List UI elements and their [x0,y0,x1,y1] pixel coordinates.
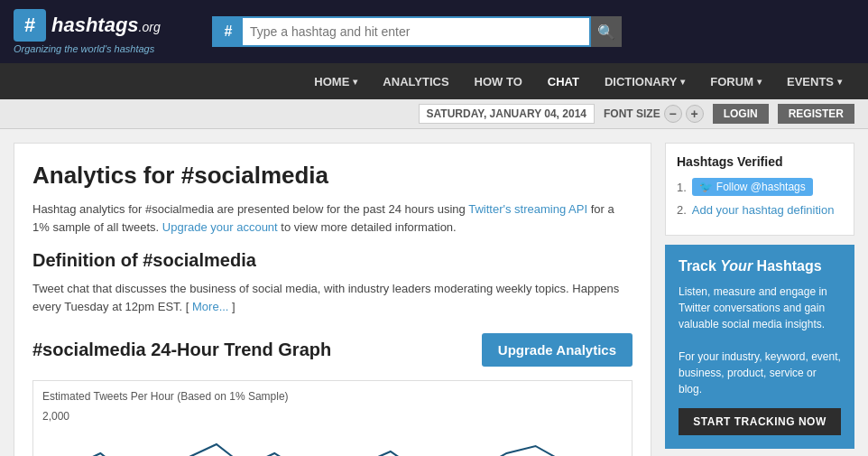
track-desc1: Listen, measure and engage in Twitter co… [679,285,827,330]
chart-container [42,426,623,456]
logo-text: hashtags.org [51,14,161,37]
logo-area: # hashtags.org Organizing the world's ha… [14,9,194,54]
logo-tagline: Organizing the world's hashtags [14,43,194,54]
nav-item-analytics[interactable]: ANALYTICS [370,63,461,99]
logo-sub: .org [139,20,161,34]
definition-end: ] [229,300,235,313]
search-area: # 🔍 [212,16,854,47]
chart-area: Estimated Tweets Per Hour (Based on 1% S… [32,380,633,456]
search-input[interactable] [243,18,589,45]
main-content: Analytics for #socialmedia Hashtag analy… [0,129,868,456]
nav-item-howto[interactable]: HOW TO [462,63,535,99]
nav-item-dictionary[interactable]: DICTIONARY ▾ [592,63,697,99]
chevron-down-icon: ▾ [353,77,357,87]
intro-before: Hashtag analytics for #socialmedia are p… [32,202,468,216]
trend-section: #socialmedia 24-Hour Trend Graph Upgrade… [32,333,633,456]
chart-max-value: 2,000 [42,410,623,423]
nav-item-events[interactable]: EVENTS ▾ [774,63,854,99]
infobar: SATURDAY, JANUARY 04, 2014 FONT SIZE − +… [0,99,868,129]
trend-header: #socialmedia 24-Hour Trend Graph Upgrade… [32,333,633,367]
track-desc: Listen, measure and engage in Twitter co… [679,284,841,397]
nav-item-chat[interactable]: CHAT [535,63,592,99]
chevron-down-icon: ▾ [680,77,685,87]
page-title: Analytics for #socialmedia [32,162,633,190]
start-tracking-button[interactable]: START TRACKING NOW [679,408,841,435]
font-size-control: FONT SIZE − + [604,105,704,123]
font-increase-button[interactable]: + [686,105,704,123]
nav-chat-label: CHAT [548,75,579,88]
nav-analytics-label: ANALYTICS [383,75,448,88]
trend-chart-svg [42,426,623,456]
verified-list: 1. 🐦 Follow @hashtags 2. Add your hashta… [677,178,843,217]
trend-title: #socialmedia 24-Hour Trend Graph [32,340,331,360]
list-item: 1. 🐦 Follow @hashtags [677,178,843,196]
right-panel: Hashtags Verified 1. 🐦 Follow @hashtags … [665,143,854,456]
definition-title: Definition of #socialmedia [32,250,633,271]
nav-events-label: EVENTS [787,75,834,88]
twitter-api-link[interactable]: Twitter's streaming API [468,202,587,216]
definition-body: Tweet chat that discusses the business o… [32,282,619,313]
intro-text: Hashtag analytics for #socialmedia are p… [32,200,633,236]
chart-label: Estimated Tweets Per Hour (Based on 1% S… [42,390,623,403]
upgrade-account-link[interactable]: Upgrade your account [162,220,278,234]
font-decrease-button[interactable]: − [664,105,682,123]
search-button[interactable]: 🔍 [591,16,622,47]
add-hashtag-link[interactable]: Add your hashtag definition [692,203,835,217]
track-box: Track Your Hashtags Listen, measure and … [665,245,854,449]
nav-home-label: HOME [314,75,349,88]
site-header: # hashtags.org Organizing the world's ha… [0,0,868,63]
register-button[interactable]: REGISTER [778,104,854,124]
nav-item-home[interactable]: HOME ▾ [301,63,370,99]
track-desc2: For your industry, keyword, event, busin… [679,350,841,396]
logo-name: hashtags [51,14,139,36]
chevron-down-icon: ▾ [837,77,842,87]
verified-title: Hashtags Verified [677,154,843,169]
upgrade-analytics-button[interactable]: Upgrade Analytics [482,333,633,367]
search-hash-icon: # [214,18,243,45]
date-display: SATURDAY, JANUARY 04, 2014 [419,104,595,124]
search-box: # [212,16,591,47]
track-label-your: Your [720,258,753,274]
chevron-down-icon: ▾ [757,77,762,87]
logo-main[interactable]: # hashtags.org [14,9,194,42]
twitter-icon: 🐦 [699,181,713,193]
list-item: 2. Add your hashtag definition [677,203,843,217]
more-link[interactable]: More... [192,300,228,313]
definition-text: Tweet chat that discusses the business o… [32,280,633,315]
navbar: HOME ▾ ANALYTICS HOW TO CHAT DICTIONARY … [0,63,868,99]
font-size-label: FONT SIZE [604,107,660,120]
login-button[interactable]: LOGIN [713,104,769,124]
nav-forum-label: FORUM [710,75,753,88]
nav-howto-label: HOW TO [475,75,522,88]
logo-hash-icon: # [14,9,46,42]
twitter-follow-label: Follow @hashtags [716,181,806,193]
twitter-follow-button[interactable]: 🐦 Follow @hashtags [692,178,813,196]
list-item-num: 1. [677,181,687,194]
nav-item-forum[interactable]: FORUM ▾ [697,63,774,99]
track-title: Track Your Hashtags [679,258,841,275]
left-panel: Analytics for #socialmedia Hashtag analy… [14,143,651,456]
track-label-rest: Hashtags [753,258,821,274]
list-item-num: 2. [677,203,687,217]
intro-end: to view more detailed information. [278,220,457,234]
verified-box: Hashtags Verified 1. 🐦 Follow @hashtags … [665,143,854,236]
nav-dictionary-label: DICTIONARY [605,75,677,88]
track-label-track: Track [679,258,720,274]
